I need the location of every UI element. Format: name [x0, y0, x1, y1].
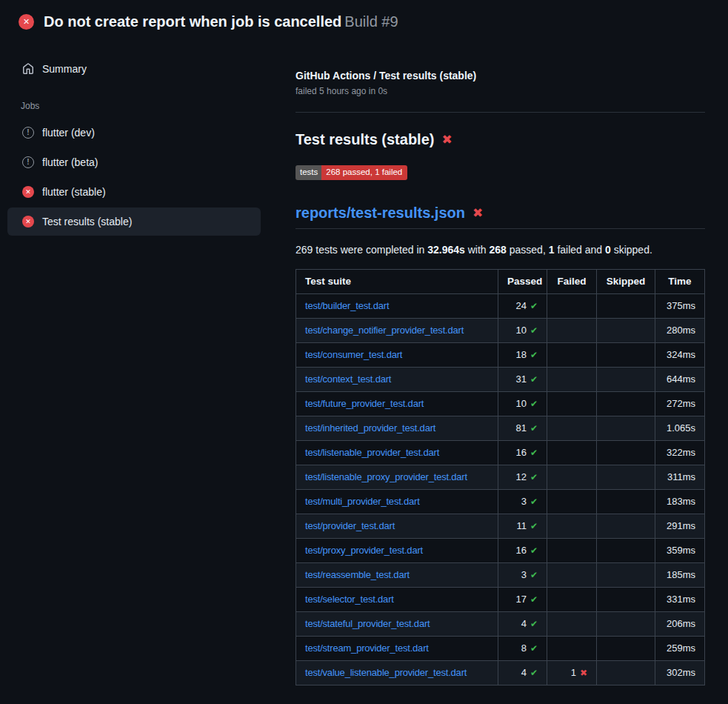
test-suite-link[interactable]: test/reassemble_test.dart: [305, 569, 410, 580]
time-cell: 375ms: [655, 293, 705, 318]
neutral-circle-icon: !: [22, 127, 34, 139]
sidebar-job-label: flutter (beta): [42, 156, 98, 168]
passed-cell-value: 8: [521, 642, 527, 654]
test-suite-link[interactable]: test/stateful_provider_test.dart: [305, 618, 430, 629]
test-suite-link[interactable]: test/consumer_test.dart: [305, 349, 402, 360]
test-suite-link[interactable]: test/listenable_provider_test.dart: [305, 447, 439, 458]
suite-cell: test/provider_test.dart: [296, 514, 498, 538]
time-cell: 291ms: [655, 514, 705, 538]
skipped-cell: [597, 538, 655, 562]
skipped-cell: [597, 367, 655, 391]
passed-cell-value: 4: [521, 667, 527, 678]
passed-cell-value: 31: [515, 373, 526, 385]
suite-cell: test/change_notifier_provider_test.dart: [296, 318, 498, 342]
failed-cell: [547, 391, 597, 416]
test-suite-link[interactable]: test/multi_provider_test.dart: [305, 496, 420, 507]
passed-cell-value: 3: [521, 569, 527, 580]
skipped-cell: [597, 514, 655, 538]
time-cell: 280ms: [655, 318, 705, 342]
passed-cell: 10✔: [498, 318, 547, 342]
table-row: test/stream_provider_test.dart8✔259ms: [296, 636, 705, 660]
table-row: test/multi_provider_test.dart3✔183ms: [296, 489, 705, 514]
report-heading: reports/test-results.json ✖: [295, 205, 705, 229]
skipped-cell: [597, 489, 655, 514]
test-suite-link[interactable]: test/value_listenable_provider_test.dart: [305, 667, 467, 678]
skipped-cell: [597, 587, 655, 611]
passed-cell: 16✔: [498, 538, 547, 562]
test-suite-link[interactable]: test/future_provider_test.dart: [305, 398, 424, 409]
summary-stat: 268: [490, 244, 507, 256]
passed-cell-value: 24: [515, 300, 526, 311]
suite-cell: test/value_listenable_provider_test.dart: [296, 660, 498, 685]
failed-cell: [547, 636, 597, 660]
suite-cell: test/proxy_provider_test.dart: [296, 538, 498, 562]
time-cell: 272ms: [655, 391, 705, 416]
suite-cell: test/builder_test.dart: [296, 293, 498, 318]
check-run-page: ✕ Do not create report when job is cance…: [0, 0, 728, 685]
check-icon: ✔: [530, 472, 538, 482]
divider: [295, 112, 705, 113]
table-row: test/proxy_provider_test.dart16✔359ms: [296, 538, 705, 562]
table-body: test/builder_test.dart24✔375mstest/chang…: [296, 293, 705, 685]
test-suite-link[interactable]: test/stream_provider_test.dart: [305, 642, 429, 654]
time-cell: 324ms: [655, 342, 705, 367]
sidebar-job-flutter-stable[interactable]: ✕flutter (stable): [7, 178, 261, 206]
column-header: Skipped: [597, 269, 655, 293]
suite-cell: test/stateful_provider_test.dart: [296, 611, 498, 636]
test-suite-link[interactable]: test/context_test.dart: [305, 373, 391, 385]
table-row: test/selector_test.dart17✔331ms: [296, 587, 705, 611]
test-suite-link[interactable]: test/proxy_provider_test.dart: [305, 545, 423, 556]
x-mark-icon: ✖: [472, 207, 483, 219]
test-suite-link[interactable]: test/change_notifier_provider_test.dart: [305, 325, 464, 336]
column-header: Failed: [547, 269, 597, 293]
passed-cell-value: 4: [521, 618, 527, 629]
time-cell: 183ms: [655, 489, 705, 514]
time-cell: 311ms: [655, 465, 705, 489]
time-cell: 185ms: [655, 562, 705, 587]
time-cell: 331ms: [655, 587, 705, 611]
skipped-cell: [597, 636, 655, 660]
failed-cell: [547, 587, 597, 611]
sidebar-job-test-results-stable[interactable]: ✕Test results (stable): [7, 207, 261, 236]
failed-cell: [547, 318, 597, 342]
report-link[interactable]: reports/test-results.json: [295, 205, 465, 222]
table-row: test/reassemble_test.dart3✔185ms: [296, 562, 705, 587]
failed-cell: [547, 416, 597, 440]
failed-cell: [547, 342, 597, 367]
test-suite-link[interactable]: test/listenable_proxy_provider_test.dart: [305, 471, 467, 482]
skipped-cell: [597, 440, 655, 465]
test-suite-link[interactable]: test/provider_test.dart: [305, 520, 395, 531]
check-icon: ✔: [530, 325, 538, 336]
sidebar-job-label: Test results (stable): [42, 216, 132, 228]
summary-text: with: [465, 244, 490, 256]
time-cell: 206ms: [655, 611, 705, 636]
suite-cell: test/stream_provider_test.dart: [296, 636, 498, 660]
passed-cell: 3✔: [498, 489, 547, 514]
column-header: Test suite: [296, 269, 498, 293]
sidebar-item-summary[interactable]: Summary: [7, 55, 261, 83]
check-icon: ✔: [530, 643, 538, 654]
sidebar-job-flutter-dev[interactable]: !flutter (dev): [7, 119, 261, 147]
time-cell: 302ms: [655, 660, 705, 685]
test-suite-link[interactable]: test/builder_test.dart: [305, 300, 389, 311]
time-cell: 644ms: [655, 367, 705, 391]
check-icon: ✔: [530, 423, 538, 434]
home-icon: [22, 63, 34, 75]
x-circle-icon: ✕: [19, 14, 34, 30]
table-row: test/change_notifier_provider_test.dart1…: [296, 318, 705, 342]
skipped-cell: [597, 465, 655, 489]
sidebar-job-flutter-beta[interactable]: !flutter (beta): [7, 148, 261, 176]
test-suite-link[interactable]: test/inherited_provider_test.dart: [305, 422, 435, 434]
test-suite-link[interactable]: test/selector_test.dart: [305, 594, 394, 605]
table-row: test/context_test.dart31✔644ms: [296, 367, 705, 391]
table-row: test/listenable_proxy_provider_test.dart…: [296, 465, 705, 489]
passed-cell: 4✔: [498, 660, 547, 685]
page-title: Do not create report when job is cancell…: [44, 13, 398, 30]
jobs-section-label: Jobs: [21, 101, 295, 111]
summary-stat: 0: [605, 244, 611, 256]
passed-cell-value: 10: [515, 398, 526, 409]
passed-cell-value: 81: [515, 422, 526, 434]
x-icon: ✖: [580, 668, 587, 678]
badge-label: tests: [295, 165, 321, 180]
summary-stat: 32.964s: [427, 244, 465, 256]
